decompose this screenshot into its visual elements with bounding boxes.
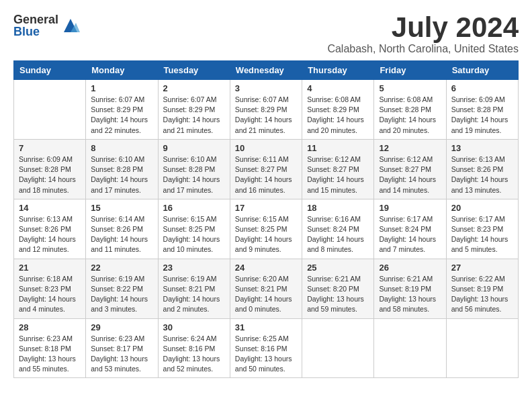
calendar-cell: 18Sunrise: 6:16 AM Sunset: 8:24 PM Dayli…	[302, 199, 374, 259]
calendar-table: SundayMondayTuesdayWednesdayThursdayFrid…	[13, 60, 519, 378]
day-info: Sunrise: 6:09 AM Sunset: 8:28 PM Dayligh…	[19, 154, 81, 195]
day-info: Sunrise: 6:09 AM Sunset: 8:28 PM Dayligh…	[451, 95, 513, 136]
day-info: Sunrise: 6:15 AM Sunset: 8:25 PM Dayligh…	[235, 214, 297, 255]
day-info: Sunrise: 6:18 AM Sunset: 8:23 PM Dayligh…	[19, 274, 81, 315]
page-header: General Blue July 2024 Calabash, North C…	[13, 13, 519, 55]
calendar-header-row: SundayMondayTuesdayWednesdayThursdayFrid…	[14, 61, 519, 80]
logo-blue: Blue	[13, 26, 58, 38]
calendar-cell: 14Sunrise: 6:13 AM Sunset: 8:26 PM Dayli…	[14, 199, 86, 259]
calendar-week-2: 7Sunrise: 6:09 AM Sunset: 8:28 PM Daylig…	[14, 139, 519, 199]
day-info: Sunrise: 6:12 AM Sunset: 8:27 PM Dayligh…	[307, 154, 369, 195]
day-number: 23	[163, 263, 225, 273]
day-info: Sunrise: 6:19 AM Sunset: 8:22 PM Dayligh…	[91, 274, 152, 315]
day-number: 6	[451, 83, 513, 93]
calendar-cell: 5Sunrise: 6:08 AM Sunset: 8:28 PM Daylig…	[374, 80, 446, 140]
day-info: Sunrise: 6:24 AM Sunset: 8:16 PM Dayligh…	[163, 334, 225, 375]
day-header-monday: Monday	[86, 61, 158, 80]
day-number: 14	[19, 203, 81, 213]
day-header-friday: Friday	[374, 61, 446, 80]
calendar-cell: 22Sunrise: 6:19 AM Sunset: 8:22 PM Dayli…	[86, 259, 158, 318]
calendar-cell: 11Sunrise: 6:12 AM Sunset: 8:27 PM Dayli…	[302, 139, 374, 199]
day-info: Sunrise: 6:08 AM Sunset: 8:29 PM Dayligh…	[307, 95, 369, 136]
day-info: Sunrise: 6:10 AM Sunset: 8:28 PM Dayligh…	[163, 154, 225, 195]
day-info: Sunrise: 6:17 AM Sunset: 8:23 PM Dayligh…	[451, 214, 513, 255]
calendar-week-3: 14Sunrise: 6:13 AM Sunset: 8:26 PM Dayli…	[14, 199, 519, 259]
day-header-sunday: Sunday	[14, 61, 86, 80]
day-number: 15	[91, 203, 152, 213]
day-info: Sunrise: 6:15 AM Sunset: 8:25 PM Dayligh…	[163, 214, 225, 255]
calendar-cell: 21Sunrise: 6:18 AM Sunset: 8:23 PM Dayli…	[14, 259, 86, 318]
day-info: Sunrise: 6:25 AM Sunset: 8:16 PM Dayligh…	[235, 334, 297, 375]
calendar-cell: 10Sunrise: 6:11 AM Sunset: 8:27 PM Dayli…	[230, 139, 302, 199]
day-number: 5	[379, 83, 441, 93]
logo-general: General	[13, 13, 58, 26]
title-section: July 2024 Calabash, North Carolina, Unit…	[327, 13, 519, 55]
logo: General Blue	[13, 13, 80, 38]
calendar-cell	[446, 318, 518, 378]
day-header-tuesday: Tuesday	[158, 61, 230, 80]
day-number: 12	[379, 143, 441, 153]
calendar-cell: 4Sunrise: 6:08 AM Sunset: 8:29 PM Daylig…	[302, 80, 374, 140]
calendar-cell: 30Sunrise: 6:24 AM Sunset: 8:16 PM Dayli…	[158, 318, 230, 378]
day-number: 3	[235, 83, 297, 93]
day-number: 29	[91, 322, 152, 332]
day-info: Sunrise: 6:08 AM Sunset: 8:28 PM Dayligh…	[379, 95, 441, 136]
calendar-cell: 16Sunrise: 6:15 AM Sunset: 8:25 PM Dayli…	[158, 199, 230, 259]
calendar-cell: 8Sunrise: 6:10 AM Sunset: 8:28 PM Daylig…	[86, 139, 158, 199]
calendar-cell: 31Sunrise: 6:25 AM Sunset: 8:16 PM Dayli…	[230, 318, 302, 378]
calendar-week-5: 28Sunrise: 6:23 AM Sunset: 8:18 PM Dayli…	[14, 318, 519, 378]
day-number: 17	[235, 203, 297, 213]
day-number: 13	[451, 143, 513, 153]
day-info: Sunrise: 6:13 AM Sunset: 8:26 PM Dayligh…	[19, 214, 81, 255]
day-info: Sunrise: 6:11 AM Sunset: 8:27 PM Dayligh…	[235, 154, 297, 195]
day-header-thursday: Thursday	[302, 61, 374, 80]
day-number: 31	[235, 322, 297, 332]
calendar-cell: 25Sunrise: 6:21 AM Sunset: 8:20 PM Dayli…	[302, 259, 374, 318]
day-number: 11	[307, 143, 369, 153]
day-number: 21	[19, 263, 81, 273]
calendar-cell: 29Sunrise: 6:23 AM Sunset: 8:17 PM Dayli…	[86, 318, 158, 378]
calendar-cell: 28Sunrise: 6:23 AM Sunset: 8:18 PM Dayli…	[14, 318, 86, 378]
location: Calabash, North Carolina, United States	[327, 43, 519, 55]
day-info: Sunrise: 6:21 AM Sunset: 8:19 PM Dayligh…	[379, 274, 441, 315]
day-info: Sunrise: 6:14 AM Sunset: 8:26 PM Dayligh…	[91, 214, 152, 255]
day-number: 25	[307, 263, 369, 273]
day-info: Sunrise: 6:07 AM Sunset: 8:29 PM Dayligh…	[91, 95, 152, 136]
day-number: 30	[163, 322, 225, 332]
day-number: 27	[451, 263, 513, 273]
calendar-cell: 9Sunrise: 6:10 AM Sunset: 8:28 PM Daylig…	[158, 139, 230, 199]
calendar-cell	[14, 80, 86, 140]
calendar-cell: 1Sunrise: 6:07 AM Sunset: 8:29 PM Daylig…	[86, 80, 158, 140]
day-number: 9	[163, 143, 225, 153]
calendar-cell: 20Sunrise: 6:17 AM Sunset: 8:23 PM Dayli…	[446, 199, 518, 259]
day-number: 1	[91, 83, 152, 93]
day-info: Sunrise: 6:07 AM Sunset: 8:29 PM Dayligh…	[235, 95, 297, 136]
day-info: Sunrise: 6:20 AM Sunset: 8:21 PM Dayligh…	[235, 274, 297, 315]
day-number: 16	[163, 203, 225, 213]
day-info: Sunrise: 6:23 AM Sunset: 8:17 PM Dayligh…	[91, 334, 152, 375]
month-title: July 2024	[327, 13, 519, 42]
day-info: Sunrise: 6:19 AM Sunset: 8:21 PM Dayligh…	[163, 274, 225, 315]
calendar-cell: 13Sunrise: 6:13 AM Sunset: 8:26 PM Dayli…	[446, 139, 518, 199]
day-number: 24	[235, 263, 297, 273]
day-header-wednesday: Wednesday	[230, 61, 302, 80]
day-number: 20	[451, 203, 513, 213]
calendar-cell: 7Sunrise: 6:09 AM Sunset: 8:28 PM Daylig…	[14, 139, 86, 199]
day-number: 4	[307, 83, 369, 93]
calendar-cell: 23Sunrise: 6:19 AM Sunset: 8:21 PM Dayli…	[158, 259, 230, 318]
calendar-cell	[374, 318, 446, 378]
day-header-saturday: Saturday	[446, 61, 518, 80]
calendar-cell: 6Sunrise: 6:09 AM Sunset: 8:28 PM Daylig…	[446, 80, 518, 140]
calendar-cell: 27Sunrise: 6:22 AM Sunset: 8:19 PM Dayli…	[446, 259, 518, 318]
day-info: Sunrise: 6:21 AM Sunset: 8:20 PM Dayligh…	[307, 274, 369, 315]
day-number: 22	[91, 263, 152, 273]
day-info: Sunrise: 6:16 AM Sunset: 8:24 PM Dayligh…	[307, 214, 369, 255]
day-number: 2	[163, 83, 225, 93]
day-info: Sunrise: 6:23 AM Sunset: 8:18 PM Dayligh…	[19, 334, 81, 375]
day-number: 26	[379, 263, 441, 273]
calendar-cell: 19Sunrise: 6:17 AM Sunset: 8:24 PM Dayli…	[374, 199, 446, 259]
day-info: Sunrise: 6:13 AM Sunset: 8:26 PM Dayligh…	[451, 154, 513, 195]
calendar-cell: 3Sunrise: 6:07 AM Sunset: 8:29 PM Daylig…	[230, 80, 302, 140]
day-info: Sunrise: 6:12 AM Sunset: 8:27 PM Dayligh…	[379, 154, 441, 195]
day-info: Sunrise: 6:17 AM Sunset: 8:24 PM Dayligh…	[379, 214, 441, 255]
